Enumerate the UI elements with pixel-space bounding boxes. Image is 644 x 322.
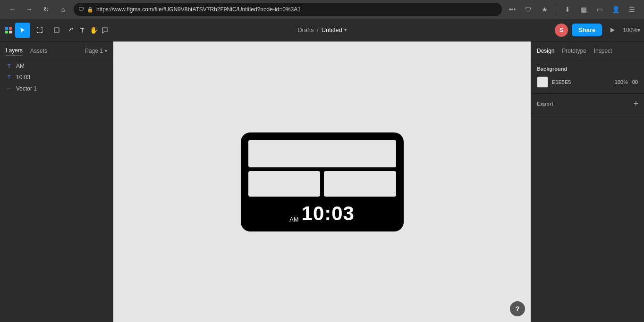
home-button[interactable]: ⌂ bbox=[57, 3, 70, 16]
more-options-button[interactable]: ••• bbox=[506, 3, 519, 16]
svg-rect-3 bbox=[9, 31, 12, 33]
svg-rect-11 bbox=[42, 28, 42, 32]
page-selector[interactable]: Page 1 ▾ bbox=[85, 48, 107, 54]
text-layer-icon-am: T bbox=[6, 63, 12, 69]
layers-list: T AM T 10:03 — Vector 1 bbox=[0, 60, 113, 94]
select-tool-button[interactable] bbox=[15, 23, 30, 38]
clock-time-label: 10:03 bbox=[302, 202, 355, 225]
text-tool-button[interactable]: T bbox=[77, 23, 87, 38]
bg-color-value[interactable]: E5E5E5 bbox=[552, 79, 611, 85]
back-button[interactable]: ← bbox=[6, 3, 19, 16]
vector-layer-icon: — bbox=[6, 86, 12, 91]
background-section-title: Background bbox=[537, 66, 638, 72]
toolbar-right: S Share 100%▾ bbox=[531, 24, 644, 37]
forward-button[interactable]: → bbox=[23, 3, 36, 16]
bg-color-swatch[interactable] bbox=[537, 76, 548, 88]
layer-item-am[interactable]: T AM bbox=[0, 60, 113, 72]
breadcrumb-drafts[interactable]: Drafts bbox=[297, 26, 314, 33]
shape-tool-button[interactable] bbox=[49, 23, 64, 38]
share-button[interactable]: Share bbox=[572, 24, 602, 36]
help-button[interactable]: ? bbox=[510, 301, 525, 316]
clock-am-label: AM bbox=[289, 216, 299, 223]
export-section: Export + bbox=[531, 94, 644, 114]
pen-tool-button[interactable] bbox=[66, 23, 76, 38]
sidebar-tabs: Layers Assets Page 1 ▾ bbox=[0, 41, 113, 60]
tab-design[interactable]: Design bbox=[537, 46, 554, 56]
add-export-button[interactable]: + bbox=[633, 99, 638, 108]
browser-bar: ← → ↻ ⌂ 🛡 🔒 https://www.figma.com/file/f… bbox=[0, 0, 644, 19]
breadcrumb-separator: / bbox=[317, 26, 319, 34]
clock-bottom-left-rectangle bbox=[248, 171, 321, 196]
svg-rect-10 bbox=[37, 28, 37, 32]
right-sidebar: Design Prototype Inspect Background E5E5… bbox=[531, 41, 644, 322]
layer-item-vector[interactable]: — Vector 1 bbox=[0, 83, 113, 94]
sidebar-toggle-icon[interactable]: ▭ bbox=[593, 3, 606, 16]
clock-time-display: AM 10:03 bbox=[248, 200, 396, 226]
clock-bottom-right-rectangle bbox=[324, 171, 396, 196]
library-icon[interactable]: ▦ bbox=[577, 3, 590, 16]
title-dropdown-arrow[interactable]: ▾ bbox=[344, 27, 347, 33]
bg-opacity-value[interactable]: 100% bbox=[615, 79, 628, 85]
export-section-title: Export bbox=[537, 101, 553, 107]
url-text: https://www.figma.com/file/fUGN9V8btATSV… bbox=[96, 6, 301, 13]
visibility-toggle[interactable] bbox=[632, 79, 638, 86]
layer-label-time: 10:03 bbox=[16, 74, 30, 81]
right-sidebar-tabs: Design Prototype Inspect bbox=[531, 41, 644, 60]
frame-tool-button[interactable] bbox=[32, 23, 47, 38]
figma-toolbar: T ✋ Drafts / Untitled ▾ S Share 100%▾ bbox=[0, 19, 644, 41]
main-layout: Layers Assets Page 1 ▾ T AM T 10:03 — Ve… bbox=[0, 41, 644, 322]
menu-icon[interactable]: ☰ bbox=[625, 3, 638, 16]
layer-label-vector: Vector 1 bbox=[16, 85, 37, 92]
comment-tool-button[interactable] bbox=[100, 23, 110, 38]
hand-tool-button[interactable]: ✋ bbox=[89, 23, 98, 38]
toolbar-center: Drafts / Untitled ▾ bbox=[113, 26, 531, 34]
svg-rect-8 bbox=[38, 28, 42, 28]
user-avatar: S bbox=[555, 24, 568, 37]
shield-icon: 🛡 bbox=[78, 6, 84, 13]
svg-rect-2 bbox=[5, 31, 8, 33]
clock-top-rectangle bbox=[248, 140, 396, 168]
toolbar-left: T ✋ bbox=[0, 23, 113, 38]
tab-layers[interactable]: Layers bbox=[6, 45, 23, 56]
text-layer-icon-time: T bbox=[6, 74, 12, 80]
tool-group-frame bbox=[32, 23, 47, 38]
tool-group-select bbox=[15, 23, 30, 38]
zoom-control[interactable]: 100%▾ bbox=[623, 27, 640, 33]
layer-item-time[interactable]: T 10:03 bbox=[0, 72, 113, 83]
svg-rect-1 bbox=[9, 27, 12, 30]
file-title: Untitled ▾ bbox=[322, 26, 347, 33]
canvas-area[interactable]: AM 10:03 ? bbox=[113, 41, 531, 322]
layer-label-am: AM bbox=[16, 63, 25, 69]
play-button[interactable] bbox=[606, 24, 619, 37]
download-icon[interactable]: ⬇ bbox=[561, 3, 574, 16]
address-bar[interactable]: 🛡 🔒 https://www.figma.com/file/fUGN9V8bt… bbox=[74, 3, 502, 16]
background-section: Background E5E5E5 100% bbox=[531, 60, 644, 94]
pocket-icon[interactable]: 🛡 bbox=[522, 3, 535, 16]
svg-rect-0 bbox=[5, 27, 8, 30]
bookmark-icon[interactable]: ★ bbox=[538, 3, 551, 16]
lock-icon: 🔒 bbox=[87, 7, 93, 13]
svg-rect-9 bbox=[38, 32, 42, 33]
svg-point-14 bbox=[635, 81, 636, 83]
tab-prototype[interactable]: Prototype bbox=[562, 46, 586, 56]
figma-menu-button[interactable] bbox=[4, 23, 13, 38]
svg-rect-12 bbox=[54, 28, 59, 33]
clock-bottom-row bbox=[248, 171, 396, 196]
export-header: Export + bbox=[537, 99, 638, 108]
left-sidebar: Layers Assets Page 1 ▾ T AM T 10:03 — Ve… bbox=[0, 41, 113, 322]
tab-inspect[interactable]: Inspect bbox=[594, 46, 612, 56]
tab-assets[interactable]: Assets bbox=[30, 46, 47, 56]
tool-group-shape bbox=[49, 23, 64, 38]
background-color-row: E5E5E5 100% bbox=[537, 76, 638, 88]
clock-widget: AM 10:03 bbox=[241, 132, 404, 231]
account-icon[interactable]: 👤 bbox=[609, 3, 622, 16]
browser-actions: ••• 🛡 ★ ⬇ ▦ ▭ 👤 ☰ bbox=[506, 3, 638, 16]
reload-button[interactable]: ↻ bbox=[40, 3, 53, 16]
